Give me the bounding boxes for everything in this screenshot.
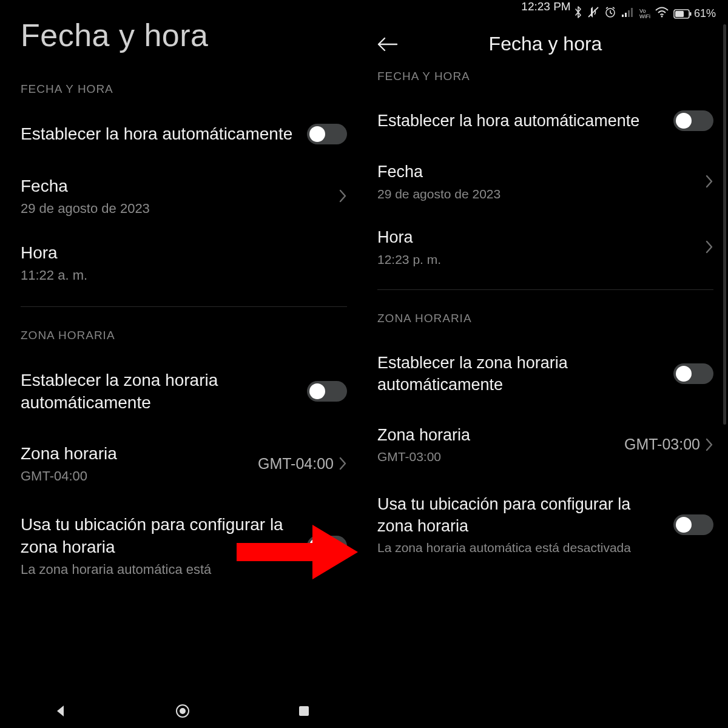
svg-rect-4	[628, 10, 630, 17]
chevron-right-icon	[705, 437, 713, 452]
svg-rect-5	[631, 8, 633, 17]
row-value: 29 de agosto de 2023	[21, 200, 332, 218]
left-screenshot: Fecha y hora FECHA Y HORA Establecer la …	[0, 0, 364, 704]
row-value: 11:22 a. m.	[21, 267, 341, 285]
right-screenshot: 12:23 PM Vo WiFi 61%	[364, 0, 728, 704]
row-title: Zona horaria	[21, 442, 252, 465]
toggle-auto-time[interactable]	[673, 110, 713, 131]
divider	[21, 306, 347, 307]
app-bar-title: Fecha y hora	[376, 33, 715, 55]
row-title: Fecha	[377, 161, 699, 183]
alarm-icon	[604, 6, 616, 21]
row-auto-time[interactable]: Establecer la hora automáticamente	[21, 114, 347, 154]
row-use-location[interactable]: Usa tu ubicación para configurar la zona…	[21, 505, 347, 587]
row-title: Usa tu ubicación para configurar la zona…	[21, 513, 301, 559]
signal-icon	[621, 7, 635, 21]
app-bar: Fecha y hora	[364, 24, 728, 66]
svg-rect-12	[299, 706, 309, 716]
svg-rect-3	[625, 13, 627, 17]
battery-indicator: 61%	[673, 7, 716, 20]
toggle-auto-time[interactable]	[307, 124, 347, 144]
navigation-bar	[0, 694, 364, 728]
row-trailing-value: GMT-04:00	[258, 455, 334, 473]
scrollbar[interactable]	[723, 24, 726, 425]
section-header-date-time: FECHA Y HORA	[21, 83, 347, 96]
row-title: Hora	[377, 226, 699, 248]
row-title: Fecha	[21, 175, 332, 198]
svg-rect-8	[675, 11, 684, 17]
row-title: Establecer la hora automáticamente	[377, 110, 667, 132]
row-title: Usa tu ubicación para configurar la zona…	[377, 493, 667, 538]
row-subtext: La zona horaria automática está	[21, 561, 301, 579]
section-header-date-time: FECHA Y HORA	[377, 70, 713, 83]
row-timezone[interactable]: Zona horaria GMT-04:00 GMT-04:00	[21, 434, 347, 493]
row-title: Zona horaria	[377, 424, 618, 446]
nav-back-icon[interactable]	[53, 704, 68, 718]
row-title: Establecer la hora automáticamente	[21, 123, 301, 146]
svg-point-11	[180, 708, 186, 714]
nav-recents-icon[interactable]	[297, 704, 311, 718]
row-subtext: La zona horaria automática está desactiv…	[377, 539, 667, 556]
svg-point-6	[661, 16, 662, 18]
row-time[interactable]: Hora 12:23 p. m.	[377, 218, 713, 276]
toggle-use-location[interactable]	[307, 536, 347, 556]
svg-rect-2	[622, 15, 624, 17]
row-value: 29 de agosto de 2023	[377, 186, 699, 202]
row-auto-timezone[interactable]: Establecer la zona horaria automáticamen…	[377, 343, 713, 405]
row-trailing-value: GMT-03:00	[624, 436, 700, 453]
row-auto-time[interactable]: Establecer la hora automáticamente	[377, 101, 713, 140]
toggle-use-location[interactable]	[673, 514, 713, 535]
toggle-auto-timezone[interactable]	[307, 381, 347, 402]
chevron-right-icon	[339, 456, 347, 471]
row-title: Establecer la zona horaria automáticamen…	[21, 369, 301, 415]
row-value: 12:23 p. m.	[377, 251, 699, 268]
row-auto-timezone[interactable]: Establecer la zona horaria automáticamen…	[21, 360, 347, 423]
svg-rect-9	[690, 12, 692, 16]
section-header-timezone: ZONA HORARIA	[21, 329, 347, 342]
row-time[interactable]: Hora 11:22 a. m.	[21, 233, 347, 292]
row-use-location[interactable]: Usa tu ubicación para configurar la zona…	[377, 485, 713, 565]
battery-percent: 61%	[694, 7, 716, 20]
row-date[interactable]: Fecha 29 de agosto de 2023	[377, 152, 713, 211]
row-value: GMT-03:00	[377, 448, 618, 465]
row-date[interactable]: Fecha 29 de agosto de 2023	[21, 166, 347, 226]
nav-home-icon[interactable]	[175, 703, 190, 719]
chevron-right-icon	[705, 240, 713, 254]
divider	[377, 289, 713, 290]
svg-line-0	[588, 7, 598, 17]
section-header-timezone: ZONA HORARIA	[377, 312, 713, 325]
toggle-auto-timezone[interactable]	[673, 363, 713, 384]
chevron-right-icon	[339, 189, 347, 203]
row-value: GMT-04:00	[21, 468, 252, 485]
chevron-right-icon	[705, 174, 713, 189]
row-timezone[interactable]: Zona horaria GMT-03:00 GMT-03:00	[377, 416, 713, 474]
bluetooth-icon	[574, 6, 582, 21]
status-time: 12:23 PM	[521, 0, 570, 13]
vibrate-icon	[587, 6, 599, 21]
vowifi-indicator: Vo WiFi	[639, 8, 650, 19]
row-title: Hora	[21, 241, 341, 265]
wifi-icon	[655, 7, 669, 21]
page-title: Fecha y hora	[21, 17, 347, 53]
row-title: Establecer la zona horaria automáticamen…	[377, 352, 667, 396]
